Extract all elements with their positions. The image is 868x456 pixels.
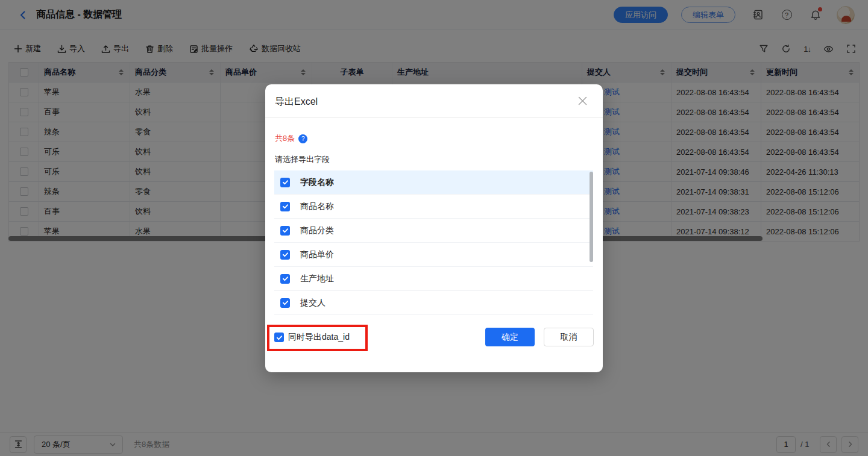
field-label: 商品名称 [300,201,334,212]
checkbox-checked[interactable] [280,202,290,211]
field-list-scrollbar[interactable] [590,172,593,262]
checkbox-checked[interactable] [280,226,290,236]
cancel-button[interactable]: 取消 [544,328,594,346]
export-field-list: 字段名称 商品名称 商品分类 商品单价 生产地址 提交人 [274,170,593,315]
dialog-title: 导出Excel [275,96,318,108]
field-list-item[interactable]: 商品名称 [274,195,593,219]
field-label: 生产地址 [300,273,334,284]
field-list-header-row[interactable]: 字段名称 [274,170,593,195]
confirm-button[interactable]: 确定 [485,328,535,346]
close-icon [577,96,588,106]
field-label: 商品单价 [300,249,334,260]
field-list-item[interactable]: 商品分类 [274,219,593,243]
field-label: 提交人 [300,298,326,308]
export-excel-dialog: 导出Excel 共8条 ? 请选择导出字段 字段名称 商品名称 商品分类 商品单… [265,84,603,372]
field-label: 字段名称 [300,177,334,188]
divider [265,117,603,118]
close-dialog-button[interactable] [576,95,588,107]
count-help-icon[interactable]: ? [298,134,307,143]
record-count-text: 共8条 [275,133,295,144]
field-select-prompt: 请选择导出字段 [275,154,330,165]
field-list-item[interactable]: 提交人 [274,291,593,315]
checkbox-checked[interactable] [280,178,290,187]
field-list-item[interactable]: 生产地址 [274,267,593,291]
checkbox-checked[interactable] [280,274,290,284]
field-list-item[interactable]: 商品单价 [274,243,593,267]
field-label: 商品分类 [300,225,334,236]
checkbox-checked[interactable] [280,298,290,308]
annotation-highlight-rectangle [267,325,368,351]
checkbox-checked[interactable] [280,250,290,260]
